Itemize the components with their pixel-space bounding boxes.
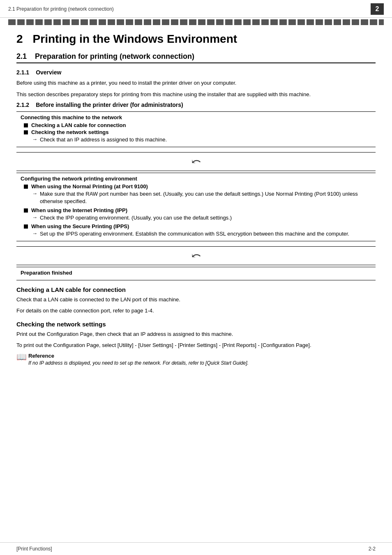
decorative-bar <box>8 19 384 25</box>
flow-table-3: Preparation finished <box>16 267 376 280</box>
bullet-icon-ipp <box>24 208 28 213</box>
subsection-2-1-2-number: 2.1.2 <box>16 102 29 108</box>
section-2-1-1: 2.1.1Overview Before using this machine … <box>16 69 376 98</box>
flow-sub-item-ipp: → Check the IPP operating environment. (… <box>32 214 371 222</box>
reference-book-icon: 📖 <box>16 353 27 361</box>
checking-lan-para1: Check that a LAN cable is connected to t… <box>16 296 376 304</box>
chapter-title: 2Printing in the Windows Environment <box>16 29 376 46</box>
flow-row-configuring: Configuring the network printing environ… <box>16 173 376 241</box>
section-2-1-1-para2: This section describes preparatory steps… <box>16 90 376 99</box>
flow-section-title-3: Preparation finished <box>21 270 371 276</box>
checking-network-para2: To print out the Configuration Page, sel… <box>16 341 376 349</box>
flow-row-connecting: Connecting this machine to the network C… <box>16 112 376 147</box>
header-chapter-num: 2 <box>371 3 384 15</box>
flow-item-ipp: When using the Internet Printing (IPP) <box>24 207 371 213</box>
arrow-icon-normal: → <box>32 190 37 197</box>
flow-section-title-2: Configuring the network printing environ… <box>21 176 371 182</box>
flow-item-network-text: Checking the network settings <box>31 129 109 135</box>
chapter-title-text: Printing in the Windows Environment <box>33 32 238 45</box>
page-container: 2.1 Preparation for printing (network co… <box>0 0 392 555</box>
flow-item-ipps-text: When using the Secure Printing (IPPS) <box>31 223 129 229</box>
subsection-2-1-1-heading: 2.1.1Overview <box>16 69 376 76</box>
flow-item-lan-text: Checking a LAN cable for connection <box>31 122 126 128</box>
bullet-icon-normal <box>24 185 28 189</box>
flow-sub-item-ip: → Check that an IP address is assigned t… <box>32 136 371 143</box>
arrow-icon-ip: → <box>32 136 37 142</box>
flow-table-1: Connecting this machine to the network C… <box>16 111 376 147</box>
chapter-number: 2 <box>16 32 23 45</box>
flow-item-normal: When using the Normal Printing (at Port … <box>24 183 371 190</box>
page-header: 2.1 Preparation for printing (network co… <box>0 0 392 18</box>
flow-item-normal-text: When using the Normal Printing (at Port … <box>31 183 148 190</box>
flow-sub-text-ipps: Set up the IPPS operating environment. E… <box>40 230 349 238</box>
flow-row-finished: Preparation finished <box>16 267 376 280</box>
subsection-2-1-1-number: 2.1.1 <box>16 69 29 76</box>
reference-box: 📖 Reference If no IP address is displaye… <box>16 353 376 367</box>
section-2-1-number: 2.1 <box>16 52 27 60</box>
subsection-2-1-2-title: Before installing the printer driver (fo… <box>36 102 183 108</box>
flow-item-network: Checking the network settings <box>24 129 371 135</box>
flow-sub-item-normal: → Make sure that the RAW port number has… <box>32 190 371 205</box>
section-2-1-heading: 2.1Preparation for printing (network con… <box>16 52 376 63</box>
section-2-1-title: Preparation for printing (network connec… <box>35 52 194 60</box>
main-content: 2Printing in the Windows Environment 2.1… <box>0 25 392 379</box>
reference-label: Reference <box>28 353 249 359</box>
chevron-row-1: ⤺ <box>16 152 376 171</box>
page-footer: [Print Functions] 2-2 <box>0 542 392 555</box>
checking-lan-para2: For details on the cable connection port… <box>16 307 376 315</box>
checking-lan-title: Checking a LAN cable for connection <box>16 286 376 293</box>
checking-network-para1: Print out the Configuration Page, then c… <box>16 330 376 338</box>
reference-text: If no IP address is displayed, you need … <box>28 360 249 367</box>
checking-network-title: Checking the network settings <box>16 321 376 328</box>
section-checking-network: Checking the network settings Print out … <box>16 321 376 367</box>
flow-sub-text-ip: Check that an IP address is assigned to … <box>40 136 167 143</box>
bullet-icon-network <box>24 130 28 134</box>
footer-right: 2-2 <box>369 546 376 552</box>
section-checking-lan: Checking a LAN cable for connection Chec… <box>16 286 376 315</box>
flow-sub-text-ipp: Check the IPP operating environment. (Us… <box>40 214 232 222</box>
bullet-icon-ipps <box>24 224 28 229</box>
header-section-ref: 2.1 Preparation for printing (network co… <box>8 6 114 12</box>
footer-left: [Print Functions] <box>16 546 52 552</box>
flow-item-ipps: When using the Secure Printing (IPPS) <box>24 223 371 229</box>
section-2-1-1-para1: Before using this machine as a printer, … <box>16 79 376 87</box>
section-2-1-2: 2.1.2Before installing the printer drive… <box>16 102 376 280</box>
arrow-icon-ipp: → <box>32 214 37 220</box>
chevron-down-icon-2: ⤺ <box>191 250 201 261</box>
subsection-2-1-2-heading: 2.1.2Before installing the printer drive… <box>16 102 376 108</box>
flow-table-2: Configuring the network printing environ… <box>16 173 376 241</box>
flow-item-ipp-text: When using the Internet Printing (IPP) <box>31 207 127 213</box>
chevron-down-icon-1: ⤺ <box>191 156 201 167</box>
flow-section-title-1: Connecting this machine to the network <box>21 114 371 120</box>
flow-sub-text-normal: Make sure that the RAW port number has b… <box>40 190 371 205</box>
bullet-icon-lan <box>24 123 28 127</box>
subsection-2-1-1-title: Overview <box>36 69 61 76</box>
arrow-icon-ipps: → <box>32 230 37 236</box>
flow-item-lan: Checking a LAN cable for connection <box>24 122 371 128</box>
flow-sub-item-ipps: → Set up the IPPS operating environment.… <box>32 230 371 238</box>
reference-content: Reference If no IP address is displayed,… <box>28 353 249 367</box>
chevron-row-2: ⤺ <box>16 246 376 265</box>
